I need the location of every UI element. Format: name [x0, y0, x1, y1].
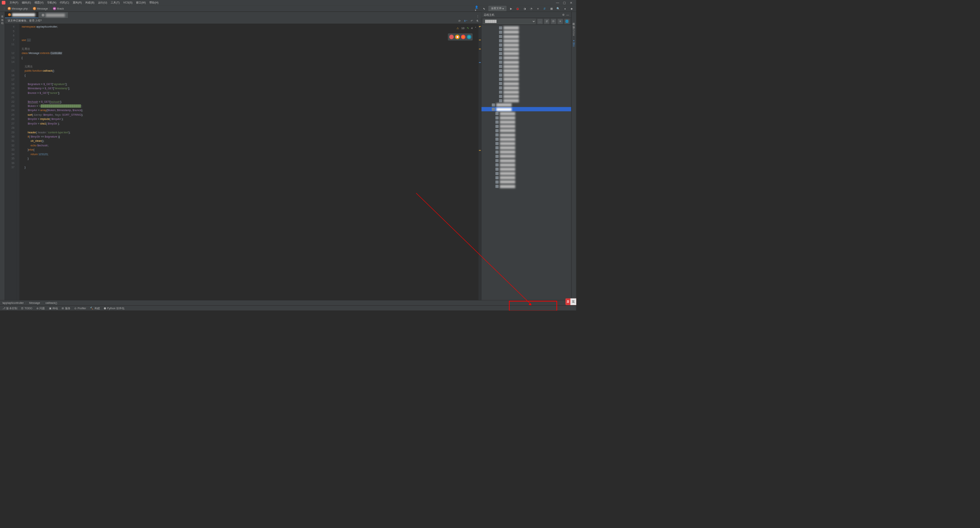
- tool-sciview[interactable]: SciView: [573, 27, 575, 36]
- debug-icon[interactable]: 🐞: [515, 6, 520, 11]
- code-editor[interactable]: 4567111213141516171819202122232425262728…: [5, 24, 481, 300]
- inspection-widget[interactable]: ⚠10 ✎4 ˄ ˅: [455, 26, 482, 31]
- ime-indicator[interactable]: S 英: [565, 298, 576, 305]
- tree-item[interactable]: ████████: [481, 90, 571, 94]
- tree-item[interactable]: ████████: [481, 163, 571, 167]
- tree-item[interactable]: ████████: [481, 154, 571, 158]
- tool-services[interactable]: ⊞服务: [62, 307, 70, 310]
- tree-item[interactable]: ████████: [481, 77, 571, 81]
- tree-item[interactable]: ████████: [481, 124, 571, 128]
- tab-active[interactable]: ████████████: [5, 12, 39, 18]
- tree-item[interactable]: ████████: [481, 107, 571, 111]
- minimize-icon[interactable]: —: [554, 1, 561, 4]
- filter-icon[interactable]: ⚗: [476, 19, 478, 22]
- tree-item[interactable]: ████████: [481, 64, 571, 69]
- coverage-icon[interactable]: ◑: [522, 6, 527, 11]
- tool-profiler[interactable]: ⊙Profiler: [74, 307, 86, 310]
- tree-item[interactable]: ████████: [481, 103, 571, 107]
- code-area[interactable]: namespace app\api\controller; use ... 无用…: [20, 24, 479, 300]
- remote-server-select[interactable]: ██████: [483, 19, 536, 24]
- path-button[interactable]: …: [538, 19, 543, 24]
- breadcrumb[interactable]: 〉 P Message.php 〉 C Message 〉 m llback: [2, 7, 65, 11]
- tree-item[interactable]: ████████: [481, 111, 571, 115]
- menu-build[interactable]: 构建(B): [83, 1, 96, 5]
- menu-run[interactable]: 运行(U): [96, 1, 109, 5]
- crumb-class[interactable]: Message: [29, 301, 40, 304]
- menu-vcs[interactable]: VCS(S): [121, 1, 134, 4]
- chevron-down-icon[interactable]: ˅: [479, 26, 480, 30]
- stop-icon[interactable]: ■: [536, 6, 540, 11]
- tab-inactive[interactable]: ██████████: [39, 12, 69, 18]
- tree-item[interactable]: ████████: [481, 56, 571, 60]
- remote-tree[interactable]: ████████████████████████████████████████…: [481, 25, 571, 300]
- menu-file[interactable]: 文件(F): [8, 1, 20, 5]
- tree-item[interactable]: ████████: [481, 128, 571, 133]
- tree-item[interactable]: ████████: [481, 158, 571, 162]
- filter-icon[interactable]: ⇵: [544, 19, 549, 24]
- upload-icon[interactable]: ⬆⁺: [464, 19, 467, 22]
- tool-bito[interactable]: ● Bito: [573, 39, 575, 47]
- menu-help[interactable]: 帮助(H): [147, 1, 160, 5]
- hide-icon[interactable]: —: [566, 13, 569, 16]
- tree-item[interactable]: ████████: [481, 60, 571, 64]
- tool-vcs[interactable]: ⎇版本控制: [2, 307, 17, 310]
- edge-icon[interactable]: [467, 35, 471, 39]
- disconnect-icon[interactable]: ✕: [558, 19, 563, 24]
- chevron-up-icon[interactable]: ˄: [475, 26, 476, 30]
- globe-icon[interactable]: 🌐: [564, 19, 569, 24]
- tree-item[interactable]: ████████: [481, 175, 571, 180]
- firefox-icon[interactable]: [461, 35, 466, 39]
- maximize-icon[interactable]: ▢: [561, 1, 568, 4]
- tool-terminal[interactable]: ▣终端: [49, 307, 58, 310]
- tree-item[interactable]: ████████: [481, 133, 571, 137]
- refresh-icon[interactable]: ⟳: [551, 19, 556, 24]
- crumb-path[interactable]: \app\api\controller: [2, 301, 24, 304]
- menu-navigate[interactable]: 导航(N): [45, 1, 58, 5]
- tree-item[interactable]: ████████: [481, 146, 571, 150]
- space-icon[interactable]: ◆: [569, 6, 574, 11]
- tree-item[interactable]: ████████: [481, 184, 571, 188]
- tree-item[interactable]: ████████: [481, 150, 571, 154]
- tree-item[interactable]: ████████: [481, 167, 571, 171]
- menu-window[interactable]: 窗口(W): [134, 1, 147, 5]
- tree-item[interactable]: ████████: [481, 39, 571, 43]
- gear-icon[interactable]: ⚙: [562, 13, 564, 16]
- phpstorm-icon[interactable]: [449, 35, 454, 39]
- user-icon[interactable]: 👤▾: [475, 6, 479, 11]
- undo-icon[interactable]: ↶: [471, 19, 473, 22]
- tree-item[interactable]: ████████: [481, 26, 571, 30]
- git-update-icon[interactable]: ⇵: [542, 6, 547, 11]
- tree-item[interactable]: ████████: [481, 85, 571, 90]
- tree-item[interactable]: ████████: [481, 51, 571, 56]
- layout-icon[interactable]: ▦: [549, 6, 554, 11]
- tool-build[interactable]: 🔨构建: [90, 307, 100, 310]
- tree-item[interactable]: ████████: [481, 171, 571, 175]
- tree-item[interactable]: ████████: [481, 98, 571, 103]
- tool-python[interactable]: ⬢Python 软件包: [104, 307, 124, 310]
- tree-item[interactable]: ████████: [481, 120, 571, 124]
- tree-item[interactable]: ████████: [481, 116, 571, 120]
- tool-problems[interactable]: ⊘问题: [36, 307, 45, 310]
- search-icon[interactable]: 🔍: [556, 6, 561, 11]
- tree-item[interactable]: ████████: [481, 69, 571, 73]
- tree-item[interactable]: ████████: [481, 30, 571, 34]
- tree-item[interactable]: ████████: [481, 34, 571, 38]
- crumb-method[interactable]: callback(): [46, 301, 57, 304]
- menu-view[interactable]: 视图(V): [33, 1, 45, 5]
- editor-breadcrumb[interactable]: \app\api\controller 〉 Message 〉 callback…: [0, 300, 576, 305]
- menu-tools[interactable]: 工具(T): [109, 1, 122, 5]
- build-hammer-icon[interactable]: ⬉: [482, 6, 486, 11]
- tree-item[interactable]: ████████: [481, 94, 571, 98]
- menu-edit[interactable]: 编辑(E): [20, 1, 33, 5]
- marker-strip[interactable]: [479, 24, 481, 300]
- menu-code[interactable]: 代码(C): [58, 1, 71, 5]
- menu-refactor[interactable]: 重构(R): [71, 1, 83, 5]
- tree-item[interactable]: ████████: [481, 43, 571, 47]
- chrome-icon[interactable]: [455, 35, 460, 39]
- tab-overflow-icon[interactable]: ⋮: [474, 15, 481, 18]
- tree-item[interactable]: ████████: [481, 141, 571, 146]
- tree-item[interactable]: ████████: [481, 81, 571, 85]
- profile-icon[interactable]: ◔: [529, 6, 533, 11]
- run-config-selector[interactable]: 当前文件 ▾: [488, 6, 506, 11]
- tree-item[interactable]: ████████: [481, 180, 571, 184]
